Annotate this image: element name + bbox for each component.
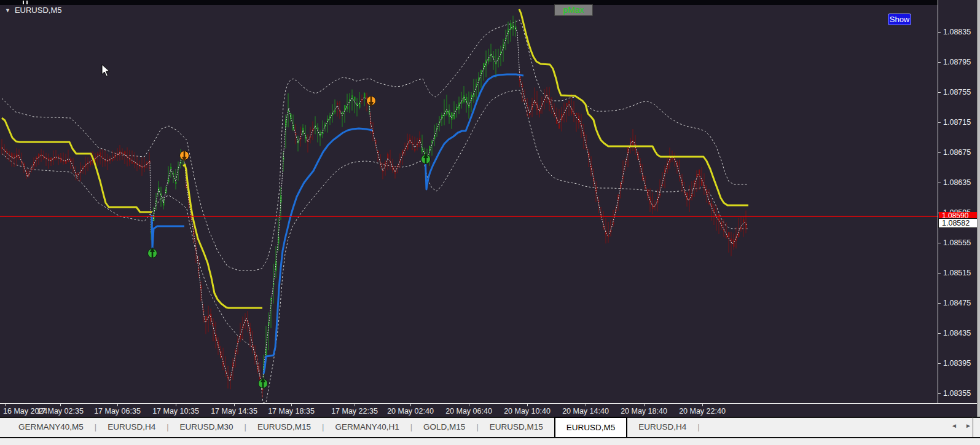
chart-tab-eurusd-m5[interactable]: EURUSD,M5 xyxy=(554,417,628,437)
window-chrome-tick xyxy=(26,1,28,4)
chart-tab-eurusd-h4[interactable]: EURUSD,H4 xyxy=(96,418,167,437)
price-axis-label: 1.08675 xyxy=(943,148,971,157)
time-axis-label: 17 May 10:35 xyxy=(152,407,199,415)
price-axis-label: 1.08395 xyxy=(943,359,971,368)
time-axis-label: 20 May 10:40 xyxy=(504,407,551,415)
status-strip xyxy=(0,437,980,445)
price-axis-label: 1.08475 xyxy=(943,299,971,307)
time-axis-label: 20 May 18:40 xyxy=(621,407,667,415)
hline-price-marker: 1.08582 xyxy=(938,218,979,228)
price-axis-tick xyxy=(938,152,941,153)
symbol-text: EURUSD,M5 xyxy=(15,6,62,15)
time-axis-tick xyxy=(176,404,176,406)
time-axis-tick xyxy=(469,404,469,406)
price-axis-tick xyxy=(938,303,941,304)
time-axis-tick xyxy=(291,404,292,406)
tab-scroll-left-icon[interactable]: ◄ xyxy=(951,422,957,430)
time-axis-label: 17 May 22:35 xyxy=(331,407,378,415)
price-axis-tick xyxy=(938,183,941,183)
price-axis-label: 1.08795 xyxy=(943,58,971,66)
price-axis-tick xyxy=(938,32,941,33)
time-axis-tick xyxy=(702,404,703,406)
time-axis-tick xyxy=(527,404,528,406)
tab-separator: | xyxy=(697,418,699,437)
time-axis-label: 17 May 14:35 xyxy=(211,407,257,415)
pmax-button[interactable]: pMax xyxy=(554,4,593,16)
mt4-chart-window: ▼ EURUSD,M5 pMax Show 1.088351.087951.08… xyxy=(0,0,980,445)
time-axis-label: 20 May 14:40 xyxy=(562,407,609,415)
time-axis-tick xyxy=(586,404,586,406)
time-axis-tick xyxy=(234,404,235,406)
price-axis-label: 1.08435 xyxy=(943,329,971,337)
price-axis-tick xyxy=(938,273,941,274)
show-button[interactable]: Show xyxy=(888,14,911,25)
price-axis-tick xyxy=(938,62,941,63)
price-axis-label: 1.08835 xyxy=(943,28,971,36)
chart-tab-eurusd-h4[interactable]: EURUSD,H4 xyxy=(627,418,697,437)
price-axis-tick xyxy=(938,92,941,93)
symbol-label[interactable]: ▼ EURUSD,M5 xyxy=(5,6,62,15)
price-axis-label: 1.08715 xyxy=(943,118,971,127)
price-axis[interactable]: 1.088351.087951.087551.087151.086751.086… xyxy=(938,0,978,403)
chart-tab-germany40-m5[interactable]: GERMANY40,M5 xyxy=(7,418,95,437)
tab-bar-edge-divider xyxy=(973,417,973,437)
price-axis-label: 1.08555 xyxy=(943,238,971,247)
time-axis-label: 20 May 06:40 xyxy=(445,407,492,415)
time-axis-tick xyxy=(5,404,6,406)
chart-tab-eurusd-m15[interactable]: EURUSD,M15 xyxy=(246,418,322,437)
time-axis-tick xyxy=(117,404,118,406)
right-scroll-strip[interactable] xyxy=(977,0,980,445)
window-top-strip xyxy=(0,0,980,5)
chart-tab-eurusd-m15[interactable]: EURUSD,M15 xyxy=(479,418,554,437)
price-axis-label: 1.08755 xyxy=(943,88,971,96)
price-axis-label: 1.08635 xyxy=(943,178,971,187)
window-chrome-tick xyxy=(23,1,24,4)
time-axis-label: 17 May 02:35 xyxy=(37,407,84,415)
price-chart[interactable] xyxy=(0,0,938,403)
mouse-cursor xyxy=(101,64,112,77)
time-axis-label: 20 May 22:40 xyxy=(679,407,726,415)
chart-tab-germany40-h1[interactable]: GERMANY40,H1 xyxy=(324,418,410,437)
time-axis-label: 17 May 06:35 xyxy=(94,407,141,415)
price-axis-tick xyxy=(938,243,941,243)
time-axis-label: 20 May 02:40 xyxy=(387,407,434,415)
price-axis-tick xyxy=(938,122,941,123)
time-axis[interactable]: 16 May 202417 May 02:3517 May 06:3517 Ma… xyxy=(0,403,977,417)
time-axis-label: 17 May 18:35 xyxy=(268,407,315,415)
chart-tab-eurusd-m30[interactable]: EURUSD,M30 xyxy=(169,418,245,437)
chart-tab-bar: GERMANY40,M5|EURUSD,H4|EURUSD,M30|EURUSD… xyxy=(0,417,980,437)
price-axis-tick xyxy=(938,363,941,364)
price-axis-tick xyxy=(938,333,941,334)
chart-tab-gold-m15[interactable]: GOLD,M15 xyxy=(412,418,476,437)
price-axis-tick xyxy=(938,393,941,394)
price-axis-label: 1.08515 xyxy=(943,269,971,277)
dropdown-triangle-icon: ▼ xyxy=(5,7,10,14)
time-axis-tick xyxy=(410,404,411,406)
price-axis-label: 1.08355 xyxy=(943,389,971,398)
time-axis-tick xyxy=(60,404,61,406)
time-axis-tick xyxy=(355,404,355,406)
tab-scroll-right-icon[interactable]: ► xyxy=(965,422,971,430)
time-axis-tick xyxy=(644,404,645,406)
